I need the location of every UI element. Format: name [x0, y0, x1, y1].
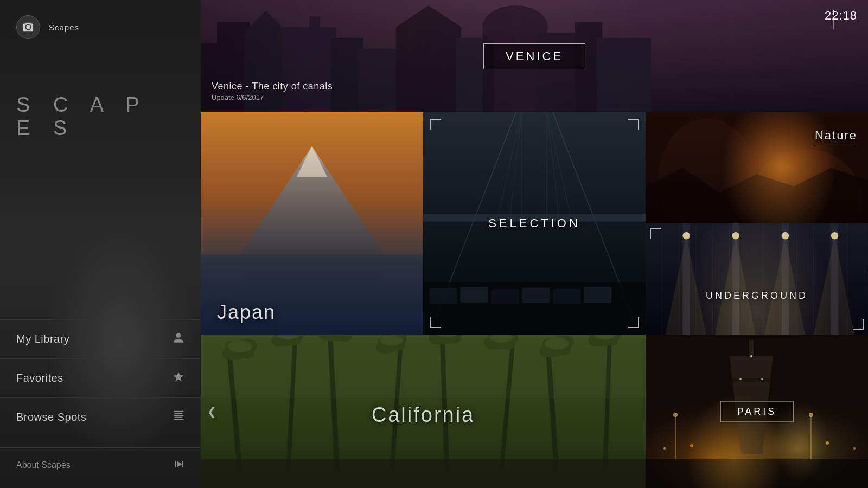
svg-rect-105: [749, 340, 754, 356]
browse-spots-label: Browse Spots: [16, 411, 86, 423]
svg-marker-48: [646, 168, 868, 224]
brand-title: S C A P E S: [0, 50, 201, 162]
corner-bl: [430, 317, 441, 328]
svg-marker-59: [713, 236, 757, 335]
app-icon: [16, 15, 40, 39]
paris-badge-text: PARIS: [737, 406, 777, 416]
svg-point-108: [761, 378, 763, 380]
svg-point-46: [751, 149, 862, 223]
japan-label: Japan: [217, 301, 276, 324]
building-icon: [173, 410, 184, 425]
nature-tile[interactable]: Nature: [646, 112, 868, 223]
california-arrow[interactable]: ❮: [207, 405, 216, 418]
nav-bottom: About Scapes: [0, 447, 201, 488]
svg-rect-116: [646, 459, 868, 488]
svg-marker-22: [238, 146, 386, 258]
camera-icon: [22, 21, 34, 33]
svg-rect-51: [732, 223, 739, 335]
japan-tile[interactable]: Japan: [201, 112, 423, 335]
venice-info: Venice - The city of canals Update 6/6/2…: [212, 81, 333, 101]
svg-point-54: [682, 232, 690, 240]
right-column: Nature: [646, 112, 868, 335]
svg-point-0: [26, 25, 30, 29]
underground-background: [646, 223, 868, 335]
nature-label-container: Nature: [815, 129, 857, 146]
underground-corner-tl: [650, 228, 661, 239]
favorites-label: Favorites: [16, 372, 63, 384]
svg-rect-2: [182, 461, 183, 467]
svg-point-120: [809, 413, 813, 417]
sidebar-item-browse-spots[interactable]: Browse Spots: [0, 397, 201, 436]
venice-badge-text: VENICE: [506, 49, 563, 63]
svg-marker-61: [813, 236, 856, 335]
svg-point-118: [673, 413, 678, 417]
svg-point-57: [831, 232, 839, 240]
venice-badge: VENICE: [483, 43, 585, 69]
svg-rect-53: [831, 223, 839, 335]
venice-hero-tile[interactable]: Venice - The city of canals Update 6/6/2…: [201, 0, 868, 112]
svg-point-55: [732, 232, 739, 240]
underground-label: UNDERGROUND: [706, 290, 808, 301]
california-tile[interactable]: California ❮: [201, 335, 646, 488]
page-number: 1: [832, 9, 835, 17]
svg-rect-26: [201, 254, 423, 259]
svg-rect-50: [682, 223, 690, 335]
time-display: 22:18: [825, 9, 857, 23]
svg-point-111: [690, 444, 693, 447]
svg-rect-52: [782, 223, 789, 335]
sidebar-item-favorites[interactable]: Favorites: [0, 358, 201, 397]
nature-label-text: Nature: [815, 129, 857, 142]
california-label: California: [372, 403, 475, 427]
corner-tr: [628, 119, 639, 130]
svg-point-107: [739, 378, 742, 380]
page-indicator: 1: [832, 9, 835, 29]
about-label: About Scapes: [16, 460, 71, 470]
corner-tl: [430, 119, 441, 130]
svg-rect-1: [175, 461, 176, 467]
svg-marker-58: [664, 236, 707, 335]
page-bar: [833, 18, 834, 29]
my-library-label: My Library: [16, 333, 69, 345]
svg-rect-96: [201, 335, 646, 398]
svg-point-110: [663, 447, 666, 450]
app-header: Scapes: [0, 0, 201, 50]
paris-badge: PARIS: [720, 401, 794, 422]
play-icon: [174, 459, 184, 472]
venice-subtitle: Update 6/6/2017: [212, 93, 333, 101]
underground-tile[interactable]: UNDERGROUND: [646, 223, 868, 335]
person-icon: [173, 332, 184, 346]
app-name-label: Scapes: [49, 23, 79, 32]
svg-marker-60: [763, 236, 806, 335]
sidebar: Scapes S C A P E S My Library Favorites: [0, 0, 201, 488]
svg-point-113: [853, 447, 856, 450]
sidebar-item-my-library[interactable]: My Library: [0, 319, 201, 358]
nav-items: My Library Favorites Browse Spots: [0, 319, 201, 447]
star-icon: [173, 371, 184, 386]
underground-corner-br: [853, 319, 864, 330]
paris-tile[interactable]: PARIS: [646, 335, 868, 488]
corner-br: [628, 317, 639, 328]
nature-underline: [815, 146, 857, 146]
svg-point-45: [658, 118, 757, 223]
middle-row: Japan: [201, 112, 868, 335]
selection-tile[interactable]: SELECTION: [423, 112, 646, 335]
svg-marker-23: [297, 146, 328, 177]
venice-title: Venice - The city of canals: [212, 81, 333, 92]
bottom-row: California ❮: [201, 335, 868, 488]
selection-badge: SELECTION: [488, 216, 580, 230]
svg-rect-95: [201, 459, 646, 488]
svg-rect-102: [732, 378, 770, 382]
svg-point-112: [826, 441, 829, 445]
main-content: Venice - The city of canals Update 6/6/2…: [201, 0, 868, 488]
svg-rect-49: [646, 223, 868, 335]
about-scapes-item[interactable]: About Scapes: [16, 459, 184, 472]
svg-point-106: [750, 355, 752, 357]
svg-point-56: [782, 232, 789, 240]
